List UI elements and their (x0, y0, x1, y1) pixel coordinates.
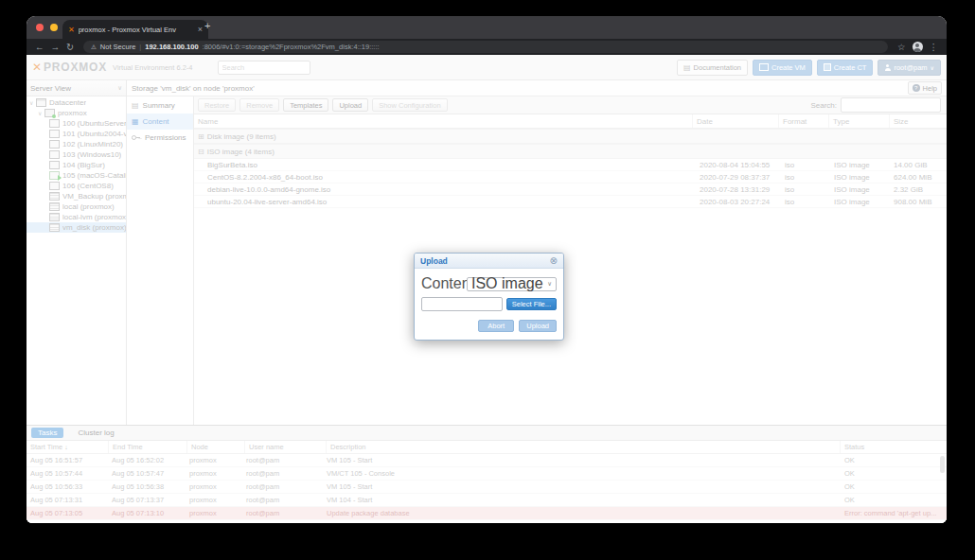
bookmark-star-icon[interactable]: ☆ (897, 42, 906, 52)
abort-button[interactable]: Abort (478, 320, 514, 332)
dialog-title-bar[interactable]: Upload ⊗ (415, 254, 563, 269)
warning-icon: ⚠ (91, 44, 97, 51)
forward-icon[interactable]: → (51, 42, 61, 52)
select-file-button[interactable]: Select File... (506, 298, 557, 310)
proxmox-favicon-icon: ✕ (68, 26, 75, 34)
browser-tab[interactable]: ✕ proxmox - Proxmox Virtual Env × (62, 20, 208, 39)
browser-window: ✕ proxmox - Proxmox Virtual Env × + ← → … (27, 16, 947, 523)
dialog-close-icon[interactable]: ⊗ (550, 256, 558, 266)
minimize-window-button[interactable] (50, 24, 58, 31)
url-divider: | (139, 43, 141, 51)
url-host: 192.168.100.100 (145, 43, 198, 51)
upload-dialog: Upload ⊗ Content: ISO image ∨ Select Fil… (414, 253, 564, 341)
chevron-down-icon: ∨ (547, 280, 552, 288)
new-tab-button[interactable]: + (204, 20, 210, 31)
dialog-title: Upload (420, 256, 550, 266)
not-secure-label: Not Secure (100, 43, 136, 51)
profile-avatar-icon[interactable] (913, 42, 923, 52)
upload-button[interactable]: Upload (519, 320, 557, 332)
address-bar[interactable]: ⚠ Not Secure | 192.168.100.100 :8006/#v1… (83, 41, 888, 53)
url-path: :8006/#v1:0:=storage%2Fproxmox%2Fvm_disk… (203, 43, 880, 51)
browser-tab-bar: ✕ proxmox - Proxmox Virtual Env × + (27, 16, 947, 39)
back-icon[interactable]: ← (35, 42, 44, 52)
content-type-value: ISO image (471, 275, 547, 292)
reload-icon[interactable]: ↻ (66, 42, 74, 52)
tab-close-icon[interactable]: × (198, 25, 203, 34)
browser-menu-icon[interactable]: ⋮ (930, 42, 939, 52)
content-type-label: Content: (421, 275, 467, 292)
file-path-input[interactable] (421, 297, 503, 311)
dialog-body: Content: ISO image ∨ Select File... Abor… (415, 269, 563, 340)
browser-toolbar: ← → ↻ ⚠ Not Secure | 192.168.100.100 :80… (27, 39, 947, 55)
tab-title: proxmox - Proxmox Virtual Env (79, 26, 194, 34)
close-window-button[interactable] (36, 24, 44, 31)
content-type-select[interactable]: ISO image ∨ (467, 277, 557, 291)
